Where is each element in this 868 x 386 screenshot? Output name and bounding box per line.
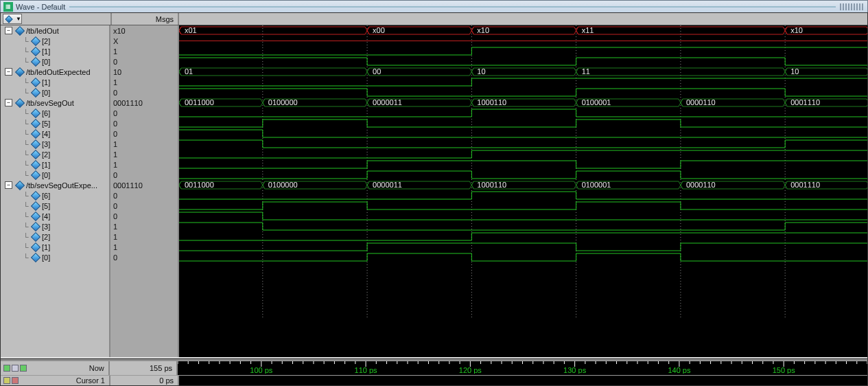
signal-row[interactable]: └[1] [1, 159, 109, 170]
signal-name: [1] [42, 47, 50, 56]
collapse-icon[interactable]: − [5, 27, 12, 34]
tree-branch-icon: └ [23, 78, 30, 87]
signal-row[interactable]: └[3] [1, 139, 109, 149]
tree-branch-icon: └ [23, 140, 30, 148]
signal-value: 0001110 [110, 180, 178, 190]
signal-row[interactable]: −/tb/ledOutExpected [1, 67, 109, 77]
svg-text:x10: x10 [790, 26, 803, 34]
signal-row[interactable]: └[5] [1, 118, 109, 128]
svg-text:x01: x01 [185, 26, 197, 34]
tree-branch-icon: └ [23, 150, 30, 159]
tool2-icon[interactable] [20, 365, 27, 372]
cursor-tool-icon[interactable] [12, 377, 19, 384]
signal-row[interactable]: −/tb/sevSegOutExpe... [1, 180, 109, 190]
window-title: Wave - Default [16, 3, 65, 11]
waveform-area[interactable]: x01x00x10x11x100100101110001100001000000… [179, 25, 867, 357]
signal-row[interactable]: −/tb/sevSegOut [1, 98, 109, 108]
cursor-label: Cursor 1 [76, 376, 105, 385]
signal-row[interactable]: └[0] [1, 252, 109, 262]
chevron-down-icon: ▼ [16, 16, 21, 22]
svg-text:120 ps: 120 ps [459, 366, 482, 374]
tree-branch-icon: └ [23, 109, 30, 117]
signal-row[interactable]: −/tb/ledOut [1, 25, 109, 36]
signal-row[interactable]: └[4] [1, 211, 109, 221]
signal-name: [4] [42, 212, 50, 220]
svg-text:x11: x11 [582, 26, 594, 34]
svg-text:0000011: 0000011 [373, 98, 402, 106]
signal-row[interactable]: └[4] [1, 128, 109, 139]
signal-name: /tb/sevSegOutExpe... [26, 181, 97, 190]
tool-icon[interactable] [12, 365, 19, 372]
signal-row[interactable]: └[2] [1, 36, 109, 46]
signal-row[interactable]: └[0] [1, 56, 109, 67]
signal-value: x10 [110, 25, 178, 36]
now-value: 155 ps [150, 364, 172, 372]
signal-row[interactable]: └[6] [1, 108, 109, 118]
signal-row[interactable]: └[2] [1, 231, 109, 242]
signal-row[interactable]: └[6] [1, 190, 109, 201]
svg-text:0100001: 0100001 [582, 181, 611, 189]
signal-row[interactable]: └[5] [1, 201, 109, 211]
signal-row[interactable]: └[2] [1, 149, 109, 159]
diamond-icon [31, 87, 40, 97]
svg-text:10: 10 [477, 67, 485, 76]
now-label: Now [89, 364, 104, 372]
svg-text:0000011: 0000011 [373, 181, 402, 189]
signal-name: /tb/ledOutExpected [26, 68, 91, 76]
signal-value: 0 [110, 108, 178, 118]
tree-branch-icon: └ [23, 202, 30, 210]
svg-text:0011000: 0011000 [185, 98, 214, 106]
diamond-icon [31, 139, 40, 148]
collapse-icon[interactable]: − [5, 99, 12, 106]
diamond-icon [31, 108, 40, 117]
signal-format-dropdown[interactable]: ▼ [3, 14, 22, 24]
tree-branch-icon: └ [23, 120, 30, 128]
signal-row[interactable]: └[0] [1, 170, 109, 180]
diamond-icon [31, 211, 40, 220]
lock-icon[interactable] [3, 377, 10, 384]
signal-row[interactable]: └[3] [1, 221, 109, 231]
collapse-icon[interactable]: − [5, 181, 12, 189]
svg-text:140 ps: 140 ps [668, 366, 691, 374]
svg-text:0011000: 0011000 [185, 181, 214, 189]
titlebar-grip[interactable] [840, 3, 865, 10]
tree-branch-icon: └ [23, 89, 30, 97]
signal-value: 1 [110, 242, 178, 252]
signal-row[interactable]: └[1] [1, 46, 109, 56]
diamond-icon [31, 77, 40, 87]
signal-value: 1 [110, 231, 178, 242]
signal-name: [2] [42, 150, 50, 159]
signal-row[interactable]: └[1] [1, 242, 109, 252]
diamond-icon [15, 98, 25, 107]
signal-row[interactable]: └[1] [1, 77, 109, 87]
cursor-value: 0 ps [159, 376, 174, 385]
window-titlebar[interactable]: ▦ Wave - Default [0, 0, 868, 12]
zoom-icon[interactable] [3, 365, 10, 372]
svg-text:100 ps: 100 ps [250, 366, 273, 374]
svg-text:0000110: 0000110 [686, 181, 716, 189]
diamond-icon [31, 242, 40, 251]
signal-value: 1 [110, 139, 178, 149]
collapse-icon[interactable]: − [5, 68, 12, 76]
signal-value: 0 [110, 118, 178, 128]
tree-branch-icon: └ [23, 233, 30, 241]
signal-values-column[interactable]: x10X1010100001110000111000011100001110 [110, 25, 179, 357]
signal-value: 1 [110, 149, 178, 159]
signal-names-column[interactable]: −/tb/ledOut└[2]└[1]└[0]−/tb/ledOutExpect… [1, 25, 110, 357]
svg-text:0001110: 0001110 [790, 98, 820, 106]
time-axis[interactable]: 100 ps110 ps120 ps130 ps140 ps150 ps [178, 361, 867, 375]
signal-row[interactable]: └[0] [1, 87, 109, 98]
signal-value: 0 [110, 56, 178, 67]
signal-name: [0] [42, 253, 50, 262]
signal-name: [3] [42, 223, 50, 231]
signal-value: 0001110 [110, 98, 178, 108]
signal-name: [1] [42, 78, 50, 87]
tree-branch-icon: └ [23, 223, 30, 231]
cursor-track[interactable] [179, 376, 867, 385]
svg-text:0100000: 0100000 [268, 181, 298, 189]
signal-name: [0] [42, 171, 50, 179]
signal-value: 0 [110, 190, 178, 201]
tree-branch-icon: └ [23, 253, 30, 262]
signal-name: [6] [42, 192, 50, 200]
svg-text:11: 11 [582, 67, 590, 76]
